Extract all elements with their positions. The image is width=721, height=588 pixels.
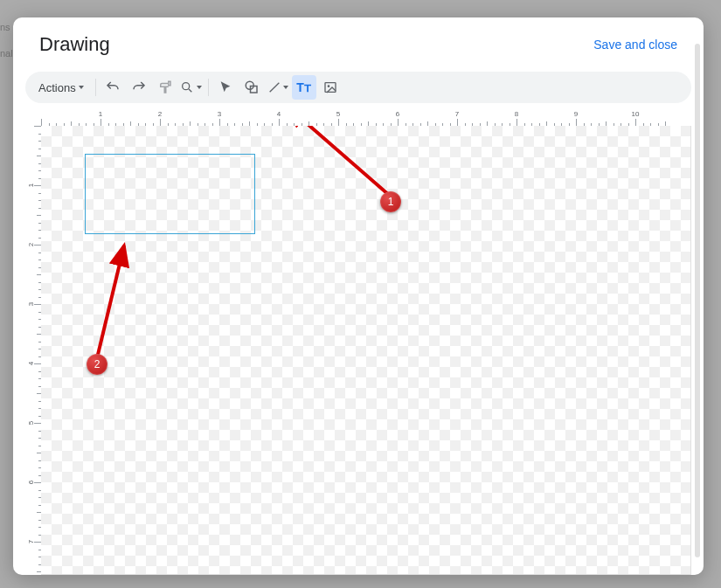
svg-line-4	[269, 83, 279, 93]
caret-down-icon	[197, 86, 202, 89]
ruler-h-label: 3	[218, 110, 221, 118]
caret-down-icon	[283, 86, 288, 89]
save-and-close-button[interactable]: Save and close	[593, 38, 677, 52]
toolbar: Actions	[25, 72, 691, 103]
text-box-shape[interactable]	[85, 154, 255, 234]
ruler-h-label: 8	[515, 110, 518, 118]
ruler-h-label: 1	[99, 110, 102, 118]
svg-point-6	[327, 85, 329, 87]
svg-line-7	[288, 126, 390, 196]
text-box-tool-button[interactable]: Tᴛ	[292, 75, 316, 100]
redo-button[interactable]	[127, 75, 151, 100]
line-icon	[267, 80, 281, 94]
ruler-h-label: 10	[632, 110, 640, 118]
svg-point-0	[183, 83, 190, 90]
image-icon	[323, 80, 337, 94]
actions-menu-button[interactable]: Actions	[31, 75, 91, 100]
annotation-badge: 2	[87, 354, 107, 375]
image-tool-button[interactable]	[318, 75, 343, 100]
zoom-icon	[180, 80, 194, 94]
select-icon	[218, 80, 232, 94]
ruler-v-label: 4	[26, 362, 34, 365]
select-tool-button[interactable]	[213, 75, 238, 100]
paint-format-icon	[157, 80, 173, 95]
svg-rect-5	[325, 83, 336, 93]
ruler-h-label: 2	[158, 110, 162, 118]
bg-text: nal	[0, 48, 13, 59]
ruler-v-label: 5	[26, 421, 34, 425]
dialog-header: Drawing Save and close	[13, 17, 704, 65]
zoom-button[interactable]	[179, 75, 204, 100]
ruler-h-label: 9	[574, 110, 578, 118]
toolbar-container: Actions	[13, 65, 704, 103]
ruler-v-label: 3	[26, 302, 34, 306]
caret-down-icon	[79, 86, 84, 89]
ruler-h-label: 7	[455, 110, 459, 118]
toolbar-separator	[208, 79, 209, 96]
svg-line-1	[189, 89, 191, 92]
ruler-h-label: 6	[396, 110, 399, 118]
ruler-v-label: 7	[26, 540, 34, 543]
drawing-dialog: Drawing Save and close Actions	[13, 17, 704, 575]
vertical-ruler: 1234567	[25, 126, 41, 575]
undo-button[interactable]	[101, 75, 125, 100]
ruler-v-label: 1	[26, 183, 34, 187]
svg-line-8	[97, 246, 124, 358]
horizontal-ruler: 12345678910	[41, 110, 691, 126]
actions-label: Actions	[38, 81, 76, 94]
dialog-scrollbar[interactable]	[695, 44, 700, 557]
toolbar-separator	[95, 79, 96, 96]
ruler-h-label: 4	[277, 110, 281, 118]
ruler-v-label: 2	[26, 243, 34, 246]
ruler-v-label: 6	[26, 481, 34, 484]
dialog-title: Drawing	[39, 33, 110, 56]
bg-text: ns	[0, 22, 10, 32]
text-box-icon: Tᴛ	[296, 81, 311, 93]
shape-tool-button[interactable]	[239, 75, 264, 100]
shape-icon	[244, 80, 260, 95]
undo-icon	[105, 80, 121, 95]
redo-icon	[131, 80, 147, 95]
editor-area: 12345678910 1234567 12	[25, 110, 691, 575]
line-tool-button[interactable]	[266, 75, 290, 100]
drawing-canvas[interactable]: 12	[41, 126, 691, 575]
ruler-h-label: 5	[336, 110, 340, 118]
paint-format-button[interactable]	[153, 75, 177, 100]
annotation-badge: 1	[380, 191, 401, 212]
